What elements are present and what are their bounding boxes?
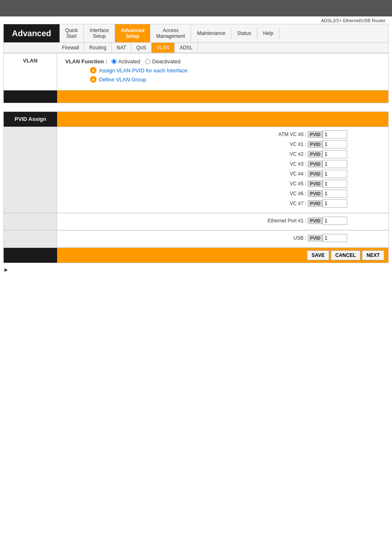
pvid-tag-vc3: PVID — [308, 161, 323, 167]
pvid-input-vc4[interactable] — [323, 170, 347, 178]
pvid-input-usb[interactable] — [323, 234, 347, 242]
subnav-item-vlan[interactable]: VLAN — [152, 43, 175, 53]
vlan-footer-bar — [4, 90, 388, 103]
pvid-side-label-eth — [4, 213, 57, 230]
orange-circle-1: ● — [90, 67, 97, 74]
nav-item-help[interactable]: Help — [257, 27, 279, 39]
pvid-tag-vc1: PVID — [308, 141, 323, 148]
radio-deactivated-label: Deactivated — [152, 58, 180, 65]
pvid-input-vc2[interactable] — [323, 150, 347, 158]
define-vlan-link[interactable]: Define VLAN Group — [99, 76, 146, 83]
pvid-ethernet-fields: Ethernet Port #1 : PVID — [57, 213, 388, 230]
arrow-bullet: ► — [3, 266, 392, 273]
subnav-item-adsl[interactable]: ADSL — [175, 43, 198, 53]
subnav-item-qos[interactable]: QoS — [131, 43, 152, 53]
pvid-input-vc6[interactable] — [323, 190, 347, 198]
pvid-field-vc3: VC #3 : PVID — [65, 160, 380, 168]
define-vlan-link-row[interactable]: ● Define VLAN Group — [90, 76, 380, 83]
subnav: Firewall Routing NAT QoS VLAN ADSL — [4, 43, 388, 53]
vlan-section-label: VLAN — [4, 53, 57, 90]
arrow-icon: ► — [3, 266, 9, 273]
pvid-ethernet-row: Ethernet Port #1 : PVID — [4, 213, 388, 230]
pvid-field-atm-vc0: ATM VC #0 : PVID — [65, 130, 380, 139]
pvid-tag-vc4: PVID — [308, 171, 323, 177]
pvid-field-vc1: VC #1 : PVID — [65, 140, 380, 148]
pvid-label-vc6: VC #6 : — [290, 191, 306, 197]
pvid-side-label-atm — [4, 127, 57, 213]
nav-item-advanced-setup[interactable]: Advanced Setup — [115, 24, 150, 42]
pvid-atm-fields: ATM VC #0 : PVID VC #1 : PVID VC #2 : PV… — [57, 127, 388, 213]
nav-items: Quick Start Interface Setup Advanced Set… — [60, 24, 388, 42]
cancel-button[interactable]: CANCEL — [331, 250, 360, 260]
nav-brand: Advanced — [4, 24, 60, 42]
device-label: ADSL2/2+ Ethernet/USB Router — [0, 16, 392, 24]
vlan-function-row: VLAN Function : Activated Deactivated — [65, 58, 380, 65]
pvid-header-label: PVID Assign — [4, 112, 57, 127]
radio-activated-input[interactable] — [111, 59, 117, 64]
radio-deactivated[interactable]: Deactivated — [145, 58, 180, 65]
pvid-footer-label-col — [4, 248, 57, 263]
pvid-input-vc7[interactable] — [323, 199, 347, 208]
pvid-tag-vc7: PVID — [308, 200, 323, 207]
pvid-label-vc3: VC #3 : — [290, 161, 306, 167]
vlan-footer-label — [4, 90, 57, 103]
next-button[interactable]: NEXT — [362, 250, 384, 260]
radio-activated[interactable]: Activated — [111, 58, 140, 65]
pvid-input-atm-vc0[interactable] — [323, 130, 347, 139]
radio-deactivated-input[interactable] — [145, 59, 150, 64]
pvid-field-vc4: VC #4 : PVID — [65, 170, 380, 178]
save-button[interactable]: SAVE — [307, 250, 329, 260]
pvid-tag-atm-vc0: PVID — [308, 131, 323, 138]
pvid-label-vc2: VC #2 : — [290, 151, 306, 157]
pvid-atm-fields-row: ATM VC #0 : PVID VC #1 : PVID VC #2 : PV… — [4, 127, 388, 213]
pvid-field-vc5: VC #5 : PVID — [65, 180, 380, 188]
vlan-section: VLAN VLAN Function : Activated Deactivat… — [4, 53, 388, 90]
pvid-side-label-usb — [4, 231, 57, 247]
pvid-label-vc4: VC #4 : — [290, 171, 306, 177]
pvid-label-vc1: VC #1 : — [290, 141, 306, 147]
subnav-item-nat[interactable]: NAT — [112, 43, 131, 53]
pvid-tag-vc2: PVID — [308, 151, 323, 157]
vlan-footer-content — [57, 90, 388, 103]
nav-item-quick-start[interactable]: Quick Start — [60, 24, 84, 42]
subnav-item-firewall[interactable]: Firewall — [57, 43, 84, 53]
pvid-tag-vc6: PVID — [308, 190, 323, 197]
pvid-input-vc3[interactable] — [323, 160, 347, 168]
subnav-item-routing[interactable]: Routing — [84, 43, 111, 53]
pvid-label-vc7: VC #7 : — [290, 201, 306, 206]
pvid-label-ethernet: Ethernet Port #1 : — [267, 218, 306, 224]
pvid-usb-fields: USB : PVID — [57, 231, 388, 247]
pvid-tag-ethernet: PVID — [308, 217, 323, 224]
assign-pvid-link[interactable]: Assign VLAN PVID for each Interface — [99, 67, 187, 74]
pvid-field-vc6: VC #6 : PVID — [65, 190, 380, 198]
nav-top: Advanced Quick Start Interface Setup Adv… — [4, 24, 388, 43]
radio-activated-label: Activated — [118, 58, 140, 65]
pvid-footer-btn-col: SAVE CANCEL NEXT — [57, 248, 388, 263]
pvid-field-ethernet: Ethernet Port #1 : PVID — [65, 217, 380, 225]
nav-item-maintenance[interactable]: Maintenance — [191, 27, 231, 39]
pvid-field-usb: USB : PVID — [65, 234, 380, 242]
assign-pvid-link-row[interactable]: ● Assign VLAN PVID for each Interface — [90, 67, 380, 74]
nav-item-access-management[interactable]: Access Management — [150, 24, 191, 42]
vlan-section-content: VLAN Function : Activated Deactivated ● … — [57, 53, 388, 90]
pvid-label-vc5: VC #5 : — [290, 181, 306, 187]
vlan-function-label: VLAN Function : — [65, 58, 107, 65]
pvid-input-vc5[interactable] — [323, 180, 347, 188]
pvid-input-ethernet[interactable] — [323, 217, 347, 225]
pvid-header-row: PVID Assign — [4, 112, 388, 127]
nav-item-status[interactable]: Status — [231, 27, 257, 39]
pvid-tag-vc5: PVID — [308, 180, 323, 187]
pvid-footer-row: SAVE CANCEL NEXT — [4, 247, 388, 263]
pvid-tag-usb: PVID — [308, 235, 323, 241]
pvid-label-atm-vc0: ATM VC #0 : — [279, 132, 307, 137]
top-bar — [0, 0, 392, 16]
pvid-header-col — [57, 112, 388, 127]
orange-circle-2: ● — [90, 76, 97, 83]
nav-item-interface-setup[interactable]: Interface Setup — [84, 24, 115, 42]
pvid-field-vc2: VC #2 : PVID — [65, 150, 380, 158]
pvid-panel: PVID Assign ATM VC #0 : PVID VC #1 : PVI… — [3, 111, 389, 263]
pvid-input-vc1[interactable] — [323, 140, 347, 148]
pvid-field-vc7: VC #7 : PVID — [65, 199, 380, 208]
pvid-label-usb: USB : — [293, 235, 306, 241]
vlan-radio-group: Activated Deactivated — [111, 58, 180, 65]
